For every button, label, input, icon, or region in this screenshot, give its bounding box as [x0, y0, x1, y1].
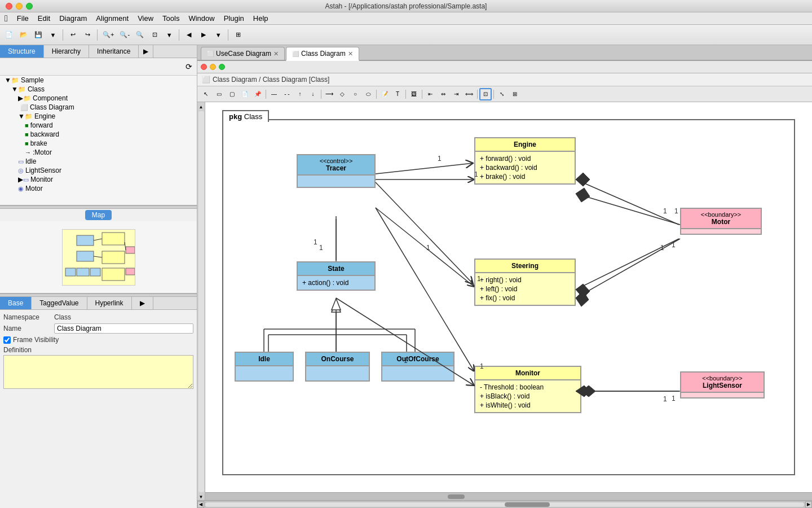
name-input[interactable]	[54, 323, 193, 334]
menu-edit[interactable]: Diagram	[59, 14, 87, 23]
new-button[interactable]: 📄	[2, 28, 16, 42]
diag-close[interactable]	[201, 64, 207, 70]
tree-item-idle[interactable]: ▭ Idle	[0, 157, 197, 166]
tab-usecase[interactable]: ⬜ UseCase Diagram ✕	[201, 47, 285, 60]
align-center[interactable]: ⇔	[437, 88, 449, 100]
tree-item-motor-link[interactable]: → :Motor	[0, 148, 197, 157]
class-monitor[interactable]: Monitor - Threshold : boolean + isBlack(…	[474, 366, 581, 413]
select-tool[interactable]: ↖	[200, 88, 212, 100]
diagram-canvas[interactable]: pkg Class 1	[205, 102, 812, 492]
classdiagram-tab-close[interactable]: ✕	[348, 50, 353, 58]
usecase-tab-close[interactable]: ✕	[273, 50, 279, 58]
align-right[interactable]: ⇥	[450, 88, 462, 100]
nav-back-button[interactable]: ◀	[182, 28, 196, 42]
diag-max[interactable]	[219, 64, 225, 70]
arrow-up[interactable]: ↑	[294, 88, 306, 100]
tab-tagged-value[interactable]: TaggedValue	[32, 297, 87, 309]
tree-item-component[interactable]: ▶ 📁 Component	[0, 94, 197, 103]
frame-checkbox[interactable]	[3, 336, 11, 344]
class-oncourse[interactable]: OnCourse	[305, 352, 370, 382]
tab-inheritance[interactable]: Inheritance	[89, 45, 139, 58]
image-tool[interactable]: 🖼	[408, 88, 420, 100]
class-steering[interactable]: Steering + right() : void + left() : voi…	[474, 259, 576, 306]
menu-plugin[interactable]: Help	[253, 14, 268, 23]
class-outofcourse[interactable]: OutOfCourse	[381, 352, 454, 382]
tree-item-sample[interactable]: ▼ 📁 Sample	[0, 76, 197, 85]
zoom-reset-button[interactable]: 🔍	[133, 28, 147, 42]
tree-item-monitor[interactable]: ▶ ▭ Monitor	[0, 175, 197, 184]
menu-diagram[interactable]: Alignment	[96, 14, 129, 23]
assoc-tool[interactable]: ◇	[336, 88, 348, 100]
diag-min[interactable]	[210, 64, 216, 70]
grid-button[interactable]: ⊞	[231, 28, 245, 42]
ellipse-tool[interactable]: ⬭	[362, 88, 374, 100]
tab-hyperlink[interactable]: Hyperlink	[87, 297, 132, 309]
definition-input[interactable]	[3, 355, 193, 389]
save-as-button[interactable]: ▼	[46, 28, 60, 42]
menu-astah[interactable]: File	[17, 14, 29, 23]
tree-item-class-diagram[interactable]: ⬜ Class Diagram	[0, 103, 197, 112]
align-left[interactable]: ⇤	[424, 88, 436, 100]
zoom-out-button[interactable]: 🔍-	[117, 28, 132, 42]
menu-tools[interactable]: Window	[188, 14, 214, 23]
class-tracer[interactable]: <<control>> Tracer	[297, 154, 376, 188]
rect-tool[interactable]: ▭	[213, 88, 225, 100]
circle-tool[interactable]: ○	[349, 88, 361, 100]
close-button[interactable]	[6, 3, 12, 10]
tree-item-brake[interactable]: ■ brake	[0, 139, 197, 148]
class-motor[interactable]: <<boundary>> Motor	[680, 208, 762, 235]
scroll-down[interactable]: ▼	[198, 493, 205, 500]
class-lightsensor[interactable]: <<boundary>> LightSensor	[680, 371, 765, 398]
line-tool[interactable]: —	[268, 88, 280, 100]
undo-button[interactable]: ↩	[66, 28, 80, 42]
text-tool[interactable]: T	[391, 88, 404, 100]
class-engine[interactable]: Engine + forward() : void + backward() :…	[474, 137, 576, 185]
map-button[interactable]: Map	[85, 210, 112, 220]
tab-structure[interactable]: Structure	[0, 45, 44, 58]
redo-button[interactable]: ↪	[81, 28, 94, 42]
tree-item-motor[interactable]: ◉ Motor	[0, 184, 197, 193]
tree-item-forward[interactable]: ■ forward	[0, 121, 197, 130]
nav-dropdown[interactable]: ▼	[211, 28, 225, 42]
tab-base[interactable]: Base	[0, 297, 32, 309]
rounded-rect-tool[interactable]: ▢	[226, 88, 238, 100]
export-tool[interactable]: ⊞	[509, 88, 521, 100]
save-button[interactable]: 💾	[32, 28, 45, 42]
class-state[interactable]: State + action() : void	[297, 261, 376, 291]
zoom-dropdown[interactable]: ▼	[162, 28, 176, 42]
expand-tool[interactable]: ⤡	[496, 88, 508, 100]
scroll-right[interactable]: ▶	[805, 501, 812, 508]
fit-button[interactable]: ⊡	[148, 28, 161, 42]
dashed-tool[interactable]: - -	[281, 88, 293, 100]
note-tool[interactable]: 📝	[378, 88, 391, 100]
menu-alignment[interactable]: View	[138, 14, 153, 23]
h-scrollbar[interactable]	[205, 492, 812, 500]
menu-view[interactable]: Tools	[162, 14, 179, 23]
tree-item-class[interactable]: ▼ 📁 Class	[0, 85, 197, 94]
zoom-in-button[interactable]: 🔍+	[100, 28, 116, 42]
tab-hierarchy[interactable]: Hierarchy	[44, 45, 89, 58]
maximize-button[interactable]	[26, 3, 33, 10]
nav-forward-button[interactable]: ▶	[197, 28, 210, 42]
tree-item-backward[interactable]: ■ backward	[0, 130, 197, 139]
file-tool[interactable]: 📄	[239, 88, 251, 100]
tree-item-engine[interactable]: ▼ 📁 Engine	[0, 112, 197, 121]
bottom-scrollbar[interactable]: ◀ ▶	[197, 500, 812, 508]
apple-menu[interactable]: 	[5, 14, 8, 24]
arrow-down[interactable]: ↓	[307, 88, 319, 100]
scroll-left[interactable]: ◀	[197, 501, 204, 508]
menu-window[interactable]: Plugin	[224, 14, 244, 23]
tab-more[interactable]: ▶	[139, 45, 153, 58]
connector-tool[interactable]: ⟶	[323, 88, 336, 100]
scroll-up[interactable]: ▲	[198, 103, 205, 110]
open-button[interactable]: 📂	[17, 28, 30, 42]
sync-button[interactable]: ⟳	[182, 59, 196, 74]
fit-view[interactable]: ⊡	[479, 88, 492, 100]
distribute-h[interactable]: ⟺	[463, 88, 475, 100]
class-idle[interactable]: Idle	[235, 352, 294, 382]
tab-classdiagram[interactable]: ⬜ Class Diagram ✕	[286, 47, 359, 61]
minimize-button[interactable]	[16, 3, 23, 10]
pin-tool[interactable]: 📌	[251, 88, 264, 100]
menu-file[interactable]: Edit	[38, 14, 50, 23]
tree-item-lightsensor[interactable]: ◎ LightSensor	[0, 166, 197, 175]
